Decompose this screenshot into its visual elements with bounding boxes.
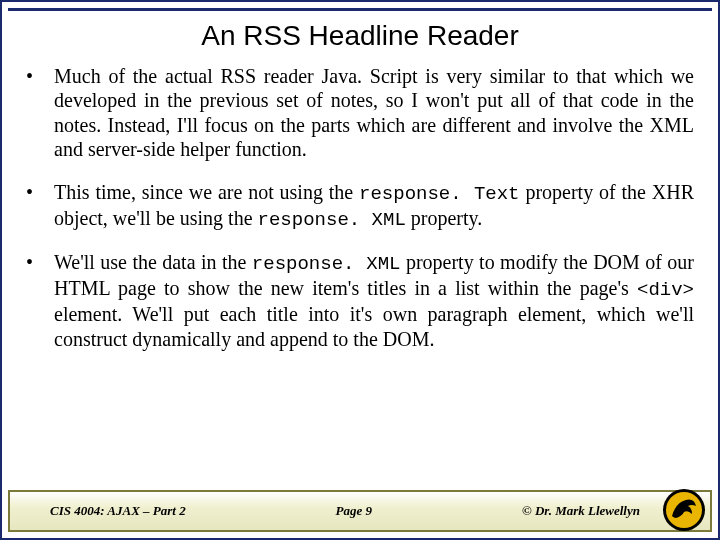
bullet-item: Much of the actual RSS reader Java. Scri…	[26, 64, 694, 162]
bullet-item: We'll use the data in the response. XML …	[26, 250, 694, 351]
code-text: response. XML	[252, 253, 401, 275]
code-text: <div>	[637, 279, 694, 301]
code-text: response. Text	[359, 183, 519, 205]
ucf-pegasus-logo-icon	[662, 488, 706, 532]
slide-title: An RSS Headline Reader	[2, 20, 718, 52]
body-text: This time, since we are not using the	[54, 181, 359, 203]
footer-page: Page 9	[336, 503, 372, 519]
footer-author: © Dr. Mark Llewellyn	[522, 503, 640, 519]
slide: An RSS Headline Reader Much of the actua…	[0, 0, 720, 540]
footer-bar: CIS 4004: AJAX – Part 2 Page 9 © Dr. Mar…	[8, 490, 712, 532]
top-border-rule	[8, 8, 712, 11]
body-text: element. We'll put each title into it's …	[54, 303, 694, 349]
footer-inner: CIS 4004: AJAX – Part 2 Page 9 © Dr. Mar…	[10, 503, 710, 519]
slide-body: Much of the actual RSS reader Java. Scri…	[26, 64, 694, 478]
code-text: response. XML	[258, 209, 406, 231]
body-text: Much of the actual RSS reader Java. Scri…	[54, 65, 694, 160]
body-text: We'll use the data in the	[54, 251, 252, 273]
bullet-item: This time, since we are not using the re…	[26, 180, 694, 232]
body-text: property.	[406, 207, 482, 229]
bullet-list: Much of the actual RSS reader Java. Scri…	[26, 64, 694, 351]
footer-course: CIS 4004: AJAX – Part 2	[50, 503, 186, 519]
